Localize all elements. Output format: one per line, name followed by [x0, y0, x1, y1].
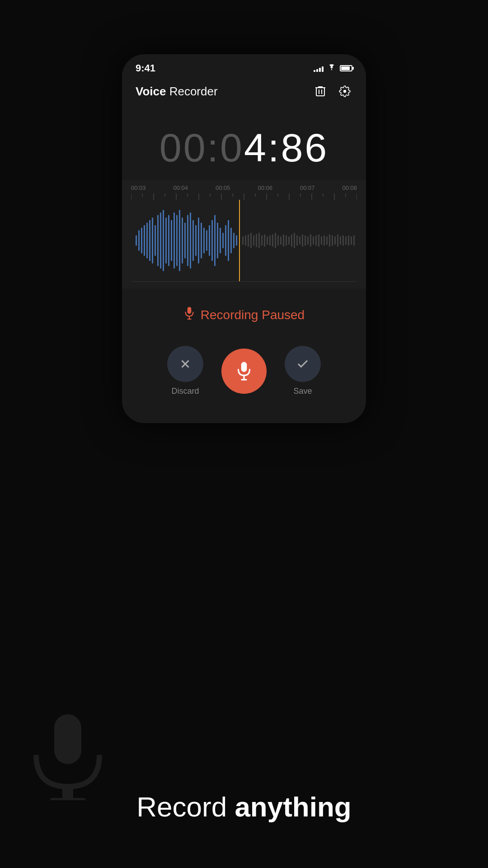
svg-rect-84 [286, 236, 287, 246]
svg-rect-82 [280, 236, 282, 245]
delete-button[interactable] [313, 83, 328, 99]
svg-rect-74 [258, 233, 260, 248]
svg-rect-42 [171, 220, 172, 261]
svg-rect-50 [192, 220, 194, 261]
app-header: Voice Recorder [122, 79, 366, 107]
svg-rect-29 [136, 236, 137, 246]
svg-rect-97 [321, 236, 322, 245]
waveform-display [131, 200, 357, 281]
ruler-label-2: 00:04 [173, 184, 188, 191]
svg-rect-55 [206, 231, 207, 251]
svg-rect-99 [326, 236, 328, 245]
svg-rect-57 [211, 220, 213, 261]
svg-rect-46 [182, 217, 183, 263]
svg-rect-40 [165, 217, 167, 263]
svg-rect-103 [337, 235, 338, 247]
svg-rect-51 [195, 225, 197, 256]
mic-paused-icon [183, 307, 195, 323]
svg-rect-75 [261, 236, 263, 246]
svg-rect-109 [353, 236, 355, 246]
svg-rect-104 [340, 236, 341, 245]
svg-rect-83 [283, 235, 284, 247]
app-title-bold: Voice [136, 85, 166, 98]
background-decoration [23, 710, 113, 800]
svg-rect-108 [351, 236, 352, 245]
timer-bright-part: 4:86 [244, 125, 328, 170]
svg-rect-44 [176, 215, 178, 266]
app-title: Voice Recorder [136, 85, 218, 99]
svg-rect-71 [250, 233, 252, 248]
svg-rect-85 [288, 236, 290, 245]
svg-rect-58 [214, 215, 216, 266]
svg-rect-68 [242, 236, 244, 245]
controls-row: Discard [167, 346, 321, 396]
mic-button[interactable] [221, 349, 267, 394]
ruler-label-5: 00:07 [300, 184, 315, 191]
save-button[interactable] [285, 346, 321, 382]
svg-rect-105 [343, 236, 344, 246]
timer-dim-part: 00:0 [160, 125, 244, 170]
svg-rect-96 [318, 235, 319, 247]
svg-rect-48 [187, 215, 188, 266]
svg-rect-81 [277, 236, 279, 246]
svg-rect-37 [157, 215, 159, 266]
svg-rect-64 [230, 228, 232, 253]
svg-rect-62 [225, 225, 226, 256]
settings-button[interactable] [337, 84, 352, 99]
svg-rect-107 [348, 236, 349, 246]
tagline-bold: anything [235, 791, 351, 822]
discard-label: Discard [171, 387, 199, 396]
svg-rect-79 [272, 235, 273, 247]
svg-rect-101 [332, 236, 333, 246]
svg-rect-72 [253, 236, 254, 246]
mic-button-wrap [221, 349, 267, 394]
svg-rect-87 [294, 233, 295, 248]
svg-rect-52 [198, 217, 199, 263]
svg-rect-38 [160, 212, 161, 269]
svg-rect-56 [209, 225, 210, 256]
ruler-marks: 00:03 00:04 00:05 00:06 00:07 00:08 [122, 184, 366, 191]
svg-rect-39 [163, 210, 164, 271]
svg-rect-32 [144, 225, 145, 256]
svg-rect-53 [201, 223, 202, 259]
svg-rect-66 [236, 236, 237, 246]
svg-rect-43 [174, 212, 175, 269]
svg-rect-3 [316, 88, 324, 96]
svg-rect-91 [305, 236, 306, 246]
discard-button-wrap: Discard [167, 346, 203, 396]
signal-icon [314, 65, 324, 72]
tagline-text: Record anything [136, 791, 351, 823]
ruler-label-4: 00:06 [258, 184, 272, 191]
app-title-normal: Recorder [166, 85, 217, 98]
header-icons [313, 83, 352, 99]
save-button-wrap: Save [285, 346, 321, 396]
timer-area: 00:04:86 [122, 107, 366, 180]
svg-rect-35 [152, 217, 153, 263]
svg-rect-60 [220, 228, 221, 253]
svg-rect-36 [155, 225, 156, 256]
discard-button[interactable] [167, 346, 203, 382]
status-bar: 9:41 [122, 54, 366, 79]
ruler-label-3: 00:05 [216, 184, 230, 191]
svg-rect-77 [267, 236, 268, 245]
timer-display: 00:04:86 [160, 125, 329, 171]
svg-rect-102 [334, 236, 336, 245]
svg-rect-63 [228, 220, 229, 261]
svg-rect-47 [184, 223, 186, 259]
save-label: Save [293, 387, 312, 396]
svg-rect-78 [269, 236, 271, 246]
tagline-area: Record anything [0, 791, 488, 823]
svg-rect-90 [302, 235, 303, 247]
svg-rect-88 [296, 236, 298, 246]
svg-rect-100 [329, 235, 330, 247]
svg-rect-73 [256, 234, 257, 247]
svg-rect-70 [248, 235, 249, 247]
timeline-ruler: 00:03 00:04 00:05 00:06 00:07 00:08 [122, 180, 366, 193]
tick-marks: // Tick marks generated via inline SVG r… [122, 193, 366, 200]
svg-rect-61 [222, 233, 224, 248]
svg-rect-93 [310, 235, 311, 247]
svg-rect-45 [179, 210, 180, 271]
waveform-container[interactable]: 00:03 00:04 00:05 00:06 00:07 00:08 // T… [122, 180, 366, 288]
svg-rect-89 [299, 236, 300, 245]
svg-rect-92 [307, 236, 309, 245]
